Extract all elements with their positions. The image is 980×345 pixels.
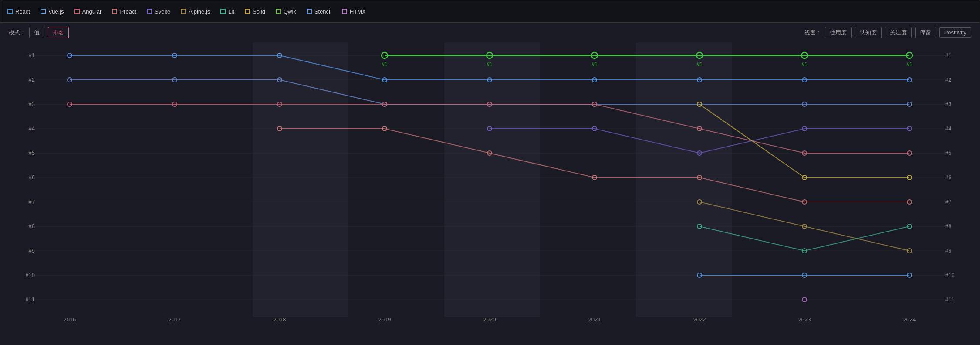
qwik-label: Qwik (284, 8, 296, 15)
preact-label: Preact (120, 8, 136, 15)
chart-area: #1 #2 #3 #4 #5 #6 #7 #8 #9 #10 #11 #1 #2… (0, 42, 980, 345)
year-2019: 2019 (378, 316, 391, 323)
qwik-label-2020: #1 (487, 61, 493, 68)
legend-item-vue[interactable]: Vue.js (41, 8, 64, 15)
year-2016: 2016 (64, 316, 76, 323)
view-awareness-button[interactable]: 认知度 (855, 27, 882, 38)
view-retention-button[interactable]: 保留 (915, 27, 936, 38)
mode-rank-button[interactable]: 排名 (48, 27, 69, 38)
rank-right-8: #8 (945, 223, 951, 229)
lit-dot (220, 9, 226, 14)
htmx-dot (342, 9, 347, 14)
solid-dot (245, 9, 250, 14)
legend-item-react[interactable]: React (7, 8, 30, 15)
qwik-label-2021: #1 (591, 61, 598, 68)
svg-rect-0 (253, 42, 348, 317)
svg-rect-2 (636, 42, 732, 317)
svg-rect-1 (444, 42, 540, 317)
view-positivity-button[interactable]: Positivity (939, 27, 971, 38)
rank-label-10: #10 (26, 272, 35, 278)
rank-label-3: #3 (29, 101, 35, 107)
vue-label: Vue.js (48, 8, 64, 15)
view-label: 视图： (804, 29, 821, 37)
rank-label-4: #4 (29, 125, 35, 132)
legend-item-angular[interactable]: Angular (74, 8, 102, 15)
rank-right-2: #2 (945, 76, 951, 83)
lit-label: Lit (228, 8, 234, 15)
rank-label-6: #6 (29, 174, 35, 181)
rank-label-11: #11 (26, 296, 35, 303)
rank-right-6: #6 (945, 174, 951, 181)
rank-right-5: #5 (945, 150, 951, 156)
legend-item-alpine[interactable]: Alpine.js (181, 8, 210, 15)
year-2018: 2018 (274, 316, 286, 323)
controls-row: 模式： 值 排名 视图： 使用度 认知度 关注度 保留 Positivity (0, 23, 980, 42)
vue-dot (41, 9, 46, 14)
year-2020: 2020 (483, 316, 496, 323)
legend-bar: React Vue.js Angular Preact Svelte Alpin… (0, 0, 980, 23)
qwik-label-2024: #1 (906, 61, 912, 68)
view-usage-button[interactable]: 使用度 (825, 27, 852, 38)
rank-right-11: #11 (945, 296, 954, 303)
year-2017: 2017 (169, 316, 181, 323)
preact-line (280, 129, 909, 202)
react-label: React (15, 8, 30, 15)
rank-label-7: #7 (29, 198, 35, 205)
rank-right-7: #7 (945, 198, 951, 205)
year-2022: 2022 (693, 316, 706, 323)
legend-item-svelte[interactable]: Svelte (147, 8, 170, 15)
alpine-label: Alpine.js (189, 8, 210, 15)
rank-label-2: #2 (29, 76, 35, 83)
rank-label-1: #1 (29, 52, 35, 58)
legend-item-qwik[interactable]: Qwik (276, 8, 296, 15)
rank-right-4: #4 (945, 125, 951, 132)
mode-label: 模式： (9, 29, 26, 37)
rank-right-3: #3 (945, 101, 951, 107)
view-interest-button[interactable]: 关注度 (885, 27, 912, 38)
angular-dot (74, 9, 80, 14)
legend-item-preact[interactable]: Preact (112, 8, 136, 15)
rank-right-1: #1 (945, 52, 951, 58)
view-group: 视图： 使用度 认知度 关注度 保留 Positivity (804, 27, 971, 38)
chart-svg: #1 #2 #3 #4 #5 #6 #7 #8 #9 #10 #11 #1 #2… (26, 42, 954, 345)
qwik-label-2023: #1 (801, 61, 808, 68)
react-dot (7, 9, 13, 14)
angular-label: Angular (82, 8, 102, 15)
rank-right-9: #9 (945, 247, 951, 254)
alpine-dot (181, 9, 186, 14)
year-2021: 2021 (588, 316, 601, 323)
rank-right-10: #10 (945, 272, 954, 278)
rank-label-5: #5 (29, 150, 35, 156)
svelte-dot (147, 9, 152, 14)
preact-dot (112, 9, 117, 14)
year-2023: 2023 (798, 316, 811, 323)
rank-label-8: #8 (29, 223, 35, 229)
htmx-label: HTMX (350, 8, 366, 15)
mode-group: 模式： 值 排名 (9, 27, 69, 38)
legend-item-lit[interactable]: Lit (220, 8, 234, 15)
rank-label-9: #9 (29, 247, 35, 254)
stencil-label: Stencil (314, 8, 331, 15)
qwik-label-2022: #1 (696, 61, 703, 68)
legend-item-stencil[interactable]: Stencil (307, 8, 331, 15)
qwik-label-2019: #1 (382, 61, 388, 68)
legend-item-solid[interactable]: Solid (245, 8, 265, 15)
svelte-label: Svelte (155, 8, 170, 15)
legend-item-htmx[interactable]: HTMX (342, 8, 366, 15)
solid-label: Solid (253, 8, 265, 15)
qwik-dot (276, 9, 281, 14)
year-2024: 2024 (903, 316, 916, 323)
mode-value-button[interactable]: 值 (29, 27, 44, 38)
stencil-dot (307, 9, 312, 14)
